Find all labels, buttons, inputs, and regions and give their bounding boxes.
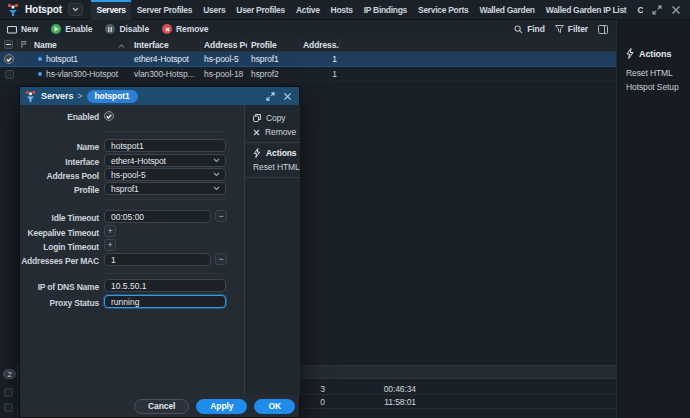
name-input[interactable] — [104, 139, 226, 152]
column-header-profile[interactable]: Profile — [248, 38, 300, 51]
hotspot-icon — [7, 4, 19, 16]
status-dot — [38, 72, 42, 76]
breadcrumb-current: hotspot1 — [87, 90, 138, 103]
tab-active[interactable]: Active — [290, 0, 325, 20]
close-icon[interactable] — [671, 5, 681, 15]
tab-users[interactable]: Users — [198, 0, 231, 20]
list-toolbar: New Enable Disable Remove Find Filter — [0, 20, 616, 38]
addresses-per-mac-remove-button[interactable]: − — [215, 253, 227, 265]
ip-of-dns-name-input[interactable] — [104, 279, 226, 292]
time-cell: 00:46:34 — [348, 384, 416, 394]
addresses-per-mac-input[interactable] — [104, 253, 211, 266]
columns-icon[interactable] — [598, 25, 608, 34]
tab-ip-bindings[interactable]: IP Bindings — [358, 0, 412, 20]
clipped-cell-text: 0 — [301, 397, 325, 407]
remove-menu-item[interactable]: Remove — [245, 125, 300, 139]
actions-menu-header: Actions — [245, 146, 300, 160]
apply-button[interactable]: Apply — [196, 399, 247, 414]
expand-icon[interactable] — [266, 92, 275, 101]
proxy-status-input[interactable] — [104, 295, 226, 308]
row-addresses-cell: 1 — [300, 54, 340, 64]
tab-service-ports[interactable]: Service Ports — [413, 0, 474, 20]
profile-select[interactable]: hsprof1 — [104, 182, 226, 195]
row-profile-cell: hsprof2 — [248, 69, 300, 79]
idle-timeout-label: Idle Timeout — [20, 213, 99, 223]
table-row[interactable]: hs-vlan300-Hotspot vlan300-Hotsp... hs-p… — [0, 67, 616, 82]
tab-hosts[interactable]: Hosts — [325, 0, 358, 20]
copy-menu-item[interactable]: Copy — [245, 111, 300, 125]
toolbar-right-group: Find Filter — [514, 20, 608, 38]
tab-cookies[interactable]: Cookies — [632, 0, 643, 20]
flag-column-header[interactable] — [18, 38, 31, 51]
cancel-button[interactable]: Cancel — [134, 399, 189, 414]
column-header-spacer — [340, 38, 616, 51]
close-icon[interactable] — [283, 92, 292, 101]
window-menu-button[interactable] — [68, 3, 83, 16]
x-icon — [253, 129, 260, 136]
chevron-down-icon — [213, 158, 220, 163]
lightning-icon — [626, 48, 634, 59]
row-addresses-cell: 1 — [300, 69, 340, 79]
keepalive-timeout-add-button[interactable]: + — [104, 225, 116, 237]
column-header-addresses[interactable]: Address... — [300, 38, 340, 51]
interface-label: Interface — [20, 157, 99, 167]
ok-button[interactable]: OK — [254, 399, 295, 414]
disable-icon — [105, 24, 115, 34]
clipped-cell-text: 3 — [301, 384, 325, 394]
flag-icon — [21, 40, 27, 49]
login-timeout-add-button[interactable]: + — [104, 239, 116, 251]
column-header-name[interactable]: Name — [31, 38, 131, 51]
lightning-icon — [253, 148, 261, 158]
tab-walled-garden[interactable]: Walled Garden — [474, 0, 540, 20]
reset-html-menu-item[interactable]: Reset HTML — [245, 160, 300, 174]
address-pool-select[interactable]: hs-pool-5 — [104, 168, 226, 181]
row-checkbox[interactable] — [4, 403, 13, 412]
background-list-left-column: 2 — [0, 365, 18, 418]
disable-button[interactable]: Disable — [105, 24, 149, 34]
row-checkbox-checked[interactable] — [0, 54, 18, 64]
count-badge: 2 — [3, 369, 16, 379]
enable-button[interactable]: Enable — [51, 24, 92, 34]
dialog-titlebar: Servers > hotspot1 — [20, 87, 299, 105]
action-reset-html[interactable]: Reset HTML — [626, 68, 673, 78]
row-checkbox[interactable] — [0, 70, 18, 79]
tab-servers[interactable]: Servers — [91, 0, 131, 20]
tab-user-profiles[interactable]: User Profiles — [231, 0, 291, 20]
idle-timeout-input[interactable] — [104, 210, 211, 223]
select-all-checkbox[interactable] — [0, 38, 18, 51]
server-detail-dialog: Servers > hotspot1 Enabled Name Interfac… — [19, 86, 300, 418]
window-title: Hotspot — [25, 4, 62, 15]
search-icon — [514, 25, 523, 34]
sort-asc-icon — [118, 40, 125, 50]
column-header-address-pool[interactable]: Address Pool — [201, 38, 248, 51]
filter-button[interactable]: Filter — [555, 24, 588, 34]
new-button[interactable]: New — [7, 24, 38, 34]
dialog-action-sidebar: Copy Remove Actions Reset HTML — [244, 105, 300, 395]
enabled-checkbox[interactable] — [104, 111, 114, 121]
actions-panel-header: Actions — [626, 48, 671, 59]
ip-of-dns-name-label: IP of DNS Name — [20, 282, 99, 292]
enabled-label: Enabled — [20, 112, 99, 122]
tab-bar: Servers Server Profiles Users User Profi… — [91, 0, 643, 20]
chevron-down-icon — [213, 172, 220, 177]
keepalive-timeout-label: Keepalive Timeout — [20, 228, 99, 238]
tab-walled-garden-ip-list[interactable]: Walled Garden IP List — [540, 0, 632, 20]
name-label: Name — [20, 142, 99, 152]
breadcrumb-root[interactable]: Servers — [41, 91, 73, 101]
tab-server-profiles[interactable]: Server Profiles — [131, 0, 198, 20]
interface-select[interactable]: ether4-Hotspot — [104, 154, 226, 167]
remove-button[interactable]: Remove — [162, 24, 208, 34]
find-button[interactable]: Find — [514, 24, 545, 34]
enable-icon — [51, 24, 61, 34]
table-header: Name Interface Address Pool Profile Addr… — [0, 38, 616, 52]
column-header-interface[interactable]: Interface — [131, 38, 201, 51]
expand-icon[interactable] — [652, 5, 662, 15]
actions-panel: Actions Reset HTML Hotspot Setup — [616, 20, 690, 418]
action-hotspot-setup[interactable]: Hotspot Setup — [626, 82, 679, 92]
idle-timeout-remove-button[interactable]: − — [215, 210, 227, 222]
row-checkbox[interactable] — [4, 388, 13, 397]
copy-icon — [253, 114, 261, 122]
dialog-controls — [266, 92, 299, 101]
profile-label: Profile — [20, 185, 99, 195]
table-row[interactable]: hotspot1 ether4-Hotspot hs-pool-5 hsprof… — [0, 52, 616, 67]
